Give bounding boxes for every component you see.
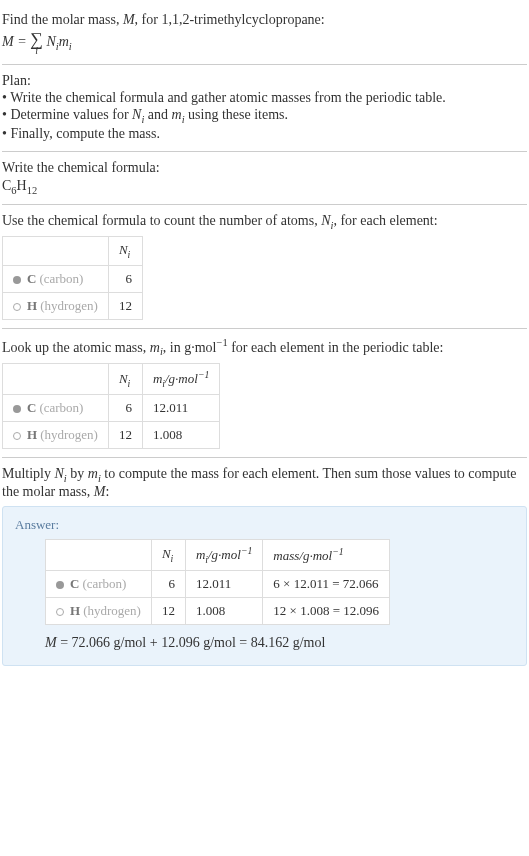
intro-section: Find the molar mass, M, for 1,1,2-trimet… — [2, 4, 527, 65]
m-cell: 1.008 — [185, 598, 262, 625]
multiply-text: Multiply Ni by mi to compute the mass fo… — [2, 466, 527, 500]
header-m: mi/g·mol−1 — [185, 540, 262, 571]
chem-formula: C6H12 — [2, 178, 527, 196]
bullet-solid-icon — [13, 405, 21, 413]
table-row: H(hydrogen) 12 1.008 12 × 1.008 = 12.096 — [46, 598, 390, 625]
count-text: Use the chemical formula to count the nu… — [2, 213, 527, 231]
n-cell: 12 — [108, 292, 142, 319]
final-result: M = 72.066 g/mol + 12.096 g/mol = 84.162… — [45, 635, 514, 651]
n-cell: 12 — [151, 598, 185, 625]
intro-formula: M = ∑i Nimi — [2, 30, 527, 56]
table-row: C(carbon) 6 12.011 6 × 12.011 = 72.066 — [46, 571, 390, 598]
intro-text-a: Find the molar mass, — [2, 12, 123, 27]
table-header-row: Ni — [3, 237, 143, 266]
elem-cell-h: H(hydrogen) — [3, 292, 109, 319]
header-mass: mass/g·mol−1 — [263, 540, 390, 571]
mass-section: Look up the atomic mass, mi, in g·mol−1 … — [2, 329, 527, 458]
n-cell: 12 — [108, 422, 142, 449]
intro-line: Find the molar mass, M, for 1,1,2-trimet… — [2, 12, 527, 28]
plan-line-1: • Write the chemical formula and gather … — [2, 90, 527, 106]
m-cell: 12.011 — [185, 571, 262, 598]
header-n: Ni — [108, 364, 142, 395]
chem-formula-title: Write the chemical formula: — [2, 160, 527, 176]
elem-cell-h: H(hydrogen) — [3, 422, 109, 449]
plan-line-3: • Finally, compute the mass. — [2, 126, 527, 142]
count-section: Use the chemical formula to count the nu… — [2, 205, 527, 329]
bullet-solid-icon — [13, 276, 21, 284]
bullet-solid-icon — [56, 581, 64, 589]
m-cell: 1.008 — [142, 422, 219, 449]
mass-text: Look up the atomic mass, mi, in g·mol−1 … — [2, 337, 527, 357]
elem-cell-c: C(carbon) — [3, 395, 109, 422]
answer-label: Answer: — [15, 517, 514, 533]
table-row: C(carbon) 6 — [3, 265, 143, 292]
chem-formula-section: Write the chemical formula: C6H12 — [2, 152, 527, 205]
formula-N: N — [43, 34, 56, 49]
plan-title: Plan: — [2, 73, 527, 89]
elem-cell-c: C(carbon) — [3, 265, 109, 292]
bullet-open-icon — [13, 303, 21, 311]
formula-left: M = — [2, 34, 30, 49]
table-header-row: Ni mi/g·mol−1 — [3, 364, 220, 395]
m-cell: 12.011 — [142, 395, 219, 422]
header-blank — [3, 364, 109, 395]
intro-text-b: , for 1,1,2-trimethylcyclopropane: — [135, 12, 325, 27]
n-cell: 6 — [108, 395, 142, 422]
table-row: C(carbon) 6 12.011 — [3, 395, 220, 422]
header-blank — [3, 237, 109, 266]
bullet-open-icon — [13, 432, 21, 440]
answer-box: Answer: Ni mi/g·mol−1 mass/g·mol−1 C(car… — [2, 506, 527, 666]
mass-table: Ni mi/g·mol−1 C(carbon) 6 12.011 H(hydro… — [2, 363, 220, 449]
plan-line-2: • Determine values for Ni and mi using t… — [2, 107, 527, 125]
elem-cell-c: C(carbon) — [46, 571, 152, 598]
bullet-open-icon — [56, 608, 64, 616]
n-cell: 6 — [108, 265, 142, 292]
table-header-row: Ni mi/g·mol−1 mass/g·mol−1 — [46, 540, 390, 571]
formula-m-sub: i — [69, 41, 72, 52]
calc-cell: 6 × 12.011 = 72.066 — [263, 571, 390, 598]
elem-cell-h: H(hydrogen) — [46, 598, 152, 625]
calc-cell: 12 × 1.008 = 12.096 — [263, 598, 390, 625]
header-blank — [46, 540, 152, 571]
plan-section: Plan: • Write the chemical formula and g… — [2, 65, 527, 152]
answer-table: Ni mi/g·mol−1 mass/g·mol−1 C(carbon) 6 1… — [45, 539, 390, 625]
table-row: H(hydrogen) 12 1.008 — [3, 422, 220, 449]
count-table: Ni C(carbon) 6 H(hydrogen) 12 — [2, 236, 143, 320]
table-row: H(hydrogen) 12 — [3, 292, 143, 319]
intro-m: M — [123, 12, 135, 27]
multiply-section: Multiply Ni by mi to compute the mass fo… — [2, 458, 527, 674]
header-n: Ni — [151, 540, 185, 571]
sum-symbol: ∑i — [30, 30, 43, 56]
formula-m: m — [59, 34, 69, 49]
header-m: mi/g·mol−1 — [142, 364, 219, 395]
header-n: Ni — [108, 237, 142, 266]
n-cell: 6 — [151, 571, 185, 598]
